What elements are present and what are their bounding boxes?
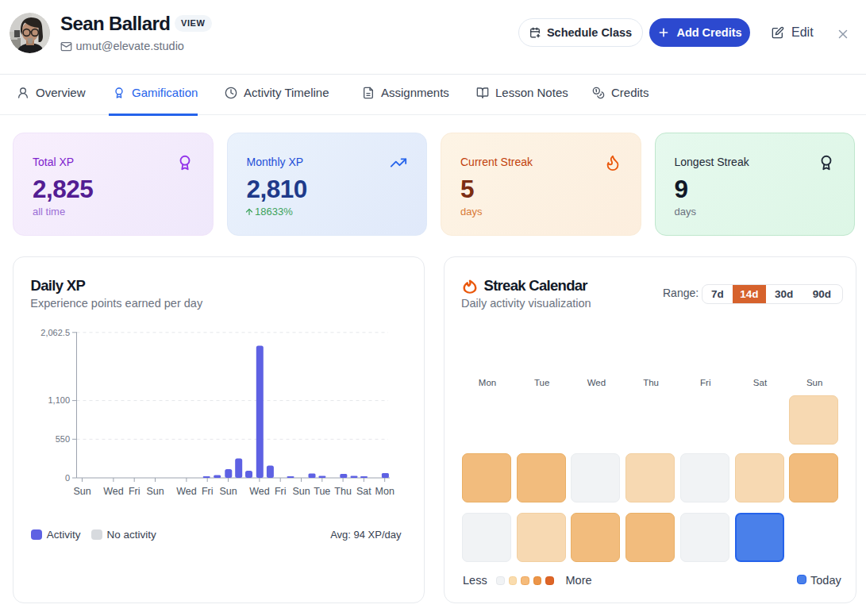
svg-text:Fri: Fri [275,486,287,497]
svg-text:Wed: Wed [249,486,270,497]
svg-text:Sun: Sun [219,486,237,497]
svg-text:Wed: Wed [103,486,124,497]
svg-text:0: 0 [65,472,70,482]
svg-text:Thu: Thu [334,486,352,497]
svg-text:Sun: Sun [73,486,90,497]
svg-text:Sat: Sat [356,486,371,497]
svg-text:Wed: Wed [176,486,197,497]
svg-text:1,100: 1,100 [48,395,70,405]
svg-text:Fri: Fri [202,486,214,497]
svg-text:Mon: Mon [375,486,395,497]
svg-text:Fri: Fri [129,486,140,497]
svg-text:2,062.5: 2,062.5 [40,327,70,337]
svg-text:Sun: Sun [146,486,164,497]
svg-text:550: 550 [56,434,70,444]
svg-text:Sun: Sun [292,486,310,497]
svg-text:Tue: Tue [314,486,330,497]
